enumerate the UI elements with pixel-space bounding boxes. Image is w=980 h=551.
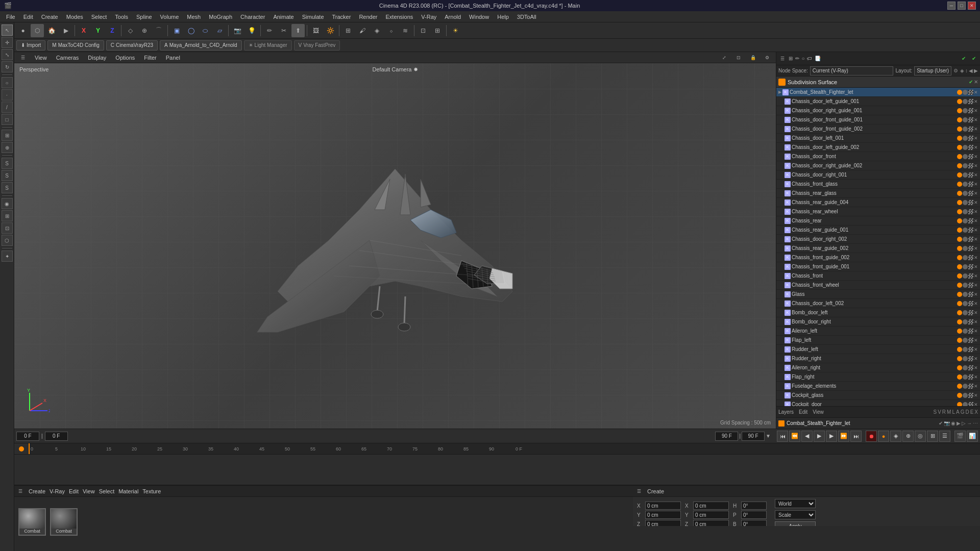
- auto-key-btn[interactable]: ●: [878, 431, 889, 442]
- object-list-item[interactable]: KChassis_rear_guide_001 ✕: [776, 226, 980, 235]
- layout-dropdown[interactable]: Startup (User): [914, 66, 951, 76]
- menu-item-mesh[interactable]: Mesh: [183, 13, 205, 21]
- mat-vray[interactable]: V-Ray: [50, 488, 65, 494]
- vray-prev-button[interactable]: V Vray FastPrev: [294, 40, 340, 51]
- menu-item-tracker[interactable]: Tracker: [328, 13, 355, 21]
- vp-display-menu[interactable]: Display: [84, 54, 110, 62]
- pos-x-input[interactable]: [645, 502, 681, 510]
- tb-light-on[interactable]: ☀: [449, 24, 462, 37]
- timeline-ruler-track[interactable]: 0 5 10 15 20 25 30 35 40 45 50 55 60 65: [29, 443, 980, 454]
- object-list-item[interactable]: KAileron_right ✕: [776, 363, 980, 372]
- pos-y2-input[interactable]: [693, 511, 729, 519]
- tb-render2[interactable]: 🔆: [324, 24, 337, 37]
- pos-z-input[interactable]: [645, 520, 681, 526]
- vp-panel-menu[interactable]: Panel: [162, 54, 184, 62]
- rp-bottom-icon7[interactable]: G: [961, 409, 965, 415]
- object-list-item[interactable]: KChassis_rear_wheel ✕: [776, 207, 980, 216]
- object-list-item[interactable]: KChassis_door_right_001 ✕: [776, 170, 980, 180]
- object-mode[interactable]: ○: [2, 77, 13, 88]
- tb-morph[interactable]: ⬦: [384, 24, 398, 37]
- timeline-edit1[interactable]: 🎬: [954, 431, 966, 442]
- tool-2[interactable]: S: [2, 170, 13, 181]
- tb-plane[interactable]: ▱: [213, 24, 226, 37]
- rp-icon-edit[interactable]: ✏: [795, 56, 799, 61]
- object-list-item[interactable]: KRudder_right ✕: [776, 354, 980, 363]
- rp-green-check2[interactable]: ✔: [970, 55, 978, 63]
- mat-menu-icon[interactable]: ☰: [16, 485, 24, 498]
- object-list-item[interactable]: KChassis_rear_glass ✕: [776, 189, 980, 198]
- tb-sculpt[interactable]: ◈: [370, 24, 383, 37]
- object-list-item[interactable]: KFlap_left ✕: [776, 336, 980, 345]
- object-list-item[interactable]: KChassis_door_left_001 ✕: [776, 134, 980, 143]
- rp-bottom-icon1[interactable]: S: [933, 409, 937, 415]
- vp-lock-icon[interactable]: 🔒: [746, 52, 760, 64]
- select-tool[interactable]: ↖: [2, 24, 13, 36]
- object-list-item[interactable]: KFlap_right ✕: [776, 372, 980, 382]
- pos-x2-input[interactable]: [693, 502, 729, 510]
- vp-options-menu[interactable]: Options: [111, 54, 139, 62]
- vp-settings-icon[interactable]: ⚙: [761, 52, 774, 64]
- tool-4[interactable]: ◉: [2, 198, 13, 209]
- menu-item-help[interactable]: Help: [493, 13, 513, 21]
- rp-bottom-icon5[interactable]: L: [952, 409, 955, 415]
- apply-button[interactable]: Apply: [775, 521, 816, 526]
- object-list-item[interactable]: KChassis_front_guide_001 ✕: [776, 262, 980, 271]
- tool-1[interactable]: S: [2, 158, 13, 169]
- object-list-item[interactable]: KChassis_door_front_guide_001 ✕: [776, 115, 980, 124]
- coord-menu-icon[interactable]: ☰: [635, 485, 643, 498]
- timeline-ruler[interactable]: 0 5 10 15 20 25 30 35 40 45 50 55 60 65: [14, 443, 980, 455]
- tb-z-axis[interactable]: Z: [106, 24, 119, 37]
- rec-btn[interactable]: ⏺: [866, 431, 877, 442]
- object-list-item[interactable]: KChassis_door_left_guide_002 ✕: [776, 143, 980, 152]
- move-tool[interactable]: ✛: [2, 37, 13, 48]
- edge-mode[interactable]: /: [2, 102, 13, 113]
- menu-item-edit[interactable]: Edit: [19, 13, 37, 21]
- pos-z2-input[interactable]: [693, 520, 729, 526]
- point-mode[interactable]: ·: [2, 89, 13, 101]
- object-list-item[interactable]: KChassis_door_front ✕: [776, 152, 980, 161]
- rp-icon2[interactable]: ↕: [965, 68, 968, 73]
- scale-dropdown[interactable]: Scale: [775, 510, 816, 519]
- timeline-extra3[interactable]: ⊞: [927, 431, 938, 442]
- tb-poly-pen[interactable]: ✏: [263, 24, 276, 37]
- tb-subdiv[interactable]: ⊞: [341, 24, 355, 37]
- menu-item-animate[interactable]: Animate: [269, 13, 298, 21]
- object-list-item[interactable]: KGlass ✕: [776, 290, 980, 299]
- menu-item-mograph[interactable]: MoGraph: [205, 13, 236, 21]
- timeline-extra1[interactable]: ⊕: [902, 431, 914, 442]
- rp-menu-icon[interactable]: ☰: [778, 52, 787, 65]
- tool-5[interactable]: ⊞: [2, 210, 13, 221]
- pos-y-input[interactable]: [645, 511, 681, 519]
- tool-3[interactable]: S: [2, 182, 13, 193]
- tool-8[interactable]: ✦: [2, 251, 13, 262]
- tb-cylinder[interactable]: ⬭: [199, 24, 212, 37]
- end-frame[interactable]: [715, 432, 738, 441]
- tool-6[interactable]: ⊡: [2, 222, 13, 234]
- minimize-button[interactable]: ─: [947, 2, 955, 10]
- object-list-item[interactable]: KFuselage_elements ✕: [776, 382, 980, 391]
- object-list-item[interactable]: KChassis_rear ✕: [776, 216, 980, 226]
- vp-view-menu[interactable]: View: [31, 54, 51, 62]
- menu-item-select[interactable]: Select: [87, 13, 111, 21]
- object-list-item[interactable]: KChassis_front ✕: [776, 271, 980, 281]
- rp-icon-tags[interactable]: 🏷: [807, 56, 812, 61]
- maya-arnold-button[interactable]: A Maya_Arnold_to_C4D_Arnold: [160, 40, 242, 51]
- close-button[interactable]: ✕: [968, 2, 976, 10]
- rp-bottom-icon9[interactable]: E: [970, 409, 974, 415]
- object-list-item[interactable]: KChassis_rear_guide_002 ✕: [776, 244, 980, 253]
- rotate-tool[interactable]: ↻: [2, 61, 13, 72]
- goto-start-btn[interactable]: ⏮: [777, 431, 788, 442]
- material-swatch-1[interactable]: Combat: [18, 508, 46, 536]
- tb-light[interactable]: 💡: [245, 24, 258, 37]
- tb-sym[interactable]: ⊕: [138, 24, 151, 37]
- tb-render[interactable]: 🖼: [309, 24, 323, 37]
- object-list-item[interactable]: KCockpit_door ✕: [776, 400, 980, 406]
- next-frame-btn[interactable]: ⏩: [838, 431, 849, 442]
- tb-bend[interactable]: ⌒: [152, 24, 165, 37]
- mat-select[interactable]: Select: [99, 488, 115, 494]
- rp-bottom-edit[interactable]: Edit: [799, 409, 807, 415]
- h-input[interactable]: [741, 502, 767, 510]
- p-input[interactable]: [741, 511, 767, 519]
- menu-item-v-ray[interactable]: V-Ray: [417, 13, 440, 21]
- snap-tool[interactable]: ⊞: [2, 130, 13, 141]
